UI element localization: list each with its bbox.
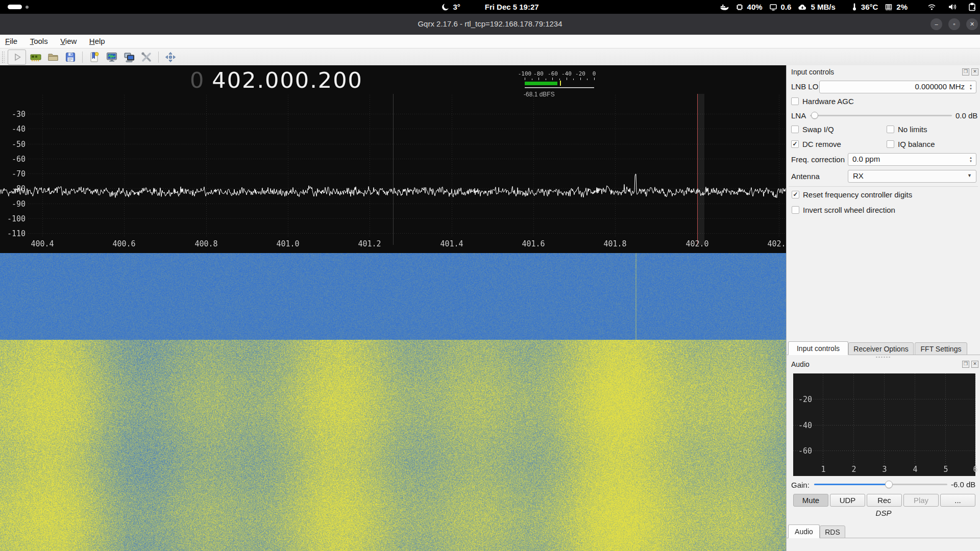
workspace-indicator-pill[interactable] [8, 5, 22, 9]
window-titlebar[interactable]: Gqrx 2.17.6 - rtl_tcp=192.168.178.79:123… [0, 14, 980, 35]
dock-float-button[interactable]: ❐ [962, 361, 969, 368]
weather-indicator[interactable]: 3° [441, 3, 460, 11]
floppy-save-icon [64, 51, 77, 63]
temperature-indicator[interactable]: 36°C [851, 3, 878, 11]
invert-scroll-checkbox[interactable] [792, 206, 799, 214]
play-button[interactable]: Play [903, 494, 939, 507]
cpu-indicator[interactable]: 40% [736, 3, 763, 11]
toolbar-drag-handle[interactable] [2, 51, 5, 63]
y-axis-tick: -40 [0, 124, 26, 134]
freq-correction-value[interactable]: 0.0 ppm [852, 155, 965, 163]
spin-up-icon[interactable]: ▲ [969, 84, 972, 87]
audio-fft-plot[interactable]: -20 -40 -60 1 2 3 4 5 6 [793, 373, 975, 476]
tools-button[interactable] [139, 50, 154, 64]
tab-input-controls[interactable]: Input controls [788, 341, 848, 355]
iq-balance-checkbox[interactable] [887, 140, 894, 148]
clipboard-icon[interactable] [968, 3, 976, 11]
menu-help[interactable]: Help [84, 35, 110, 45]
spin-up-icon[interactable]: ▲ [969, 156, 972, 160]
wifi-icon[interactable] [927, 3, 936, 11]
dc-remove-label[interactable]: DC remove [802, 140, 841, 148]
hardware-agc-checkbox[interactable] [791, 97, 799, 105]
hardware-agc-label[interactable]: Hardware AGC [802, 97, 854, 106]
lna-slider-handle[interactable] [811, 112, 818, 119]
input-controls-dock-title: Input controls [791, 68, 834, 76]
maximize-button[interactable]: ▫ [948, 18, 960, 30]
monitor-icon [769, 3, 777, 11]
volume-icon[interactable] [948, 3, 957, 11]
minimize-button[interactable]: – [930, 18, 942, 30]
udp-button[interactable]: UDP [830, 494, 865, 507]
waterfall-display[interactable] [0, 253, 786, 551]
fullscreen-button[interactable] [163, 50, 178, 64]
screen: 3° Fri Dec 5 19:27 40% 0.6 5 MB/s 36°C [0, 0, 980, 551]
swap-iq-label[interactable]: Swap I/Q [802, 125, 834, 134]
more-button[interactable]: ... [940, 494, 975, 507]
iq-balance-label[interactable]: IQ balance [898, 140, 935, 148]
spinbox-arrows[interactable]: ▲▼ [967, 81, 975, 93]
meter-bar-canvas [520, 78, 599, 90]
save-file-button[interactable] [63, 50, 78, 64]
open-file-button[interactable] [45, 50, 61, 64]
sdr-device-icon [30, 51, 42, 63]
dock-close-button[interactable]: ✕ [971, 68, 978, 76]
start-dsp-button[interactable] [8, 49, 26, 65]
x-axis-tick: 401.6 [517, 239, 550, 248]
docker-icon[interactable] [720, 3, 729, 11]
dsp-settings-button[interactable] [104, 50, 119, 64]
no-limits-label[interactable]: No limits [898, 125, 927, 134]
rec-button[interactable]: Rec [867, 494, 902, 507]
network-indicator[interactable]: 5 MB/s [798, 3, 835, 11]
menu-file[interactable]: File [0, 35, 22, 45]
sdr-display-area: 0402.000.200 -100 -80 -60 -40 -20 0 -68.… [0, 65, 786, 551]
x-axis-tick: 400.8 [190, 239, 223, 248]
memory-indicator[interactable]: 2% [885, 3, 908, 11]
dc-remove-checkbox[interactable]: ✓ [791, 140, 799, 148]
spectrum-plot[interactable]: 0402.000.200 -100 -80 -60 -40 -20 0 -68.… [0, 65, 786, 253]
dock-panel: Input controls ❐ ✕ LNB LO 0.000000 MHz ▲… [786, 65, 980, 551]
io-devices-button[interactable] [121, 50, 137, 64]
splitter-handle[interactable] [875, 356, 891, 358]
spinbox-arrows[interactable]: ▲▼ [967, 154, 975, 165]
no-limits-checkbox[interactable] [887, 126, 894, 133]
x-axis-tick: 402.0 [681, 239, 714, 248]
tab-audio[interactable]: Audio [788, 524, 820, 538]
spin-down-icon[interactable]: ▼ [969, 160, 972, 163]
dock-close-button[interactable]: ✕ [971, 361, 978, 368]
freq-correction-spinbox[interactable]: 0.0 ppm ▲▼ [848, 153, 976, 166]
reset-digits-checkbox[interactable]: ✓ [792, 191, 799, 198]
mute-button[interactable]: Mute [793, 494, 828, 507]
lnb-lo-spinbox[interactable]: 0.000000 MHz ▲▼ [819, 81, 976, 93]
frequency-leading-digit[interactable]: 0 [190, 67, 205, 93]
configure-io-devices-button[interactable] [28, 50, 43, 64]
antenna-combobox[interactable]: RX ▼ [848, 170, 976, 183]
fft-plot-canvas[interactable] [0, 65, 786, 253]
lnb-lo-value[interactable]: 0.000000 MHz [824, 82, 965, 91]
invert-scroll-label[interactable]: Invert scroll wheel direction [803, 206, 895, 214]
y-axis-tick: -110 [0, 229, 26, 238]
gain-slider-handle[interactable] [885, 481, 893, 488]
menu-view[interactable]: View [55, 35, 82, 45]
frequency-digits[interactable]: 402.000.200 [212, 67, 363, 93]
frequency-display[interactable]: 0402.000.200 [190, 67, 363, 93]
reset-digits-label[interactable]: Reset frequency controller digits [803, 190, 912, 199]
dock-float-button[interactable]: ❐ [962, 68, 969, 76]
close-button[interactable]: ✕ [966, 18, 978, 30]
menu-tools[interactable]: Tools [25, 35, 53, 45]
load-indicator[interactable]: 0.6 [769, 3, 792, 11]
swap-iq-checkbox[interactable] [791, 126, 799, 133]
spin-down-icon[interactable]: ▼ [969, 87, 972, 91]
move-arrows-icon [164, 51, 177, 63]
x-axis-tick: 401.4 [435, 239, 468, 248]
tab-fft-settings[interactable]: FFT Settings [915, 342, 967, 355]
load-value: 0.6 [781, 3, 792, 11]
lna-slider[interactable] [810, 115, 952, 116]
tab-receiver-options[interactable]: Receiver Options [848, 342, 914, 355]
audio-x-tick: 1 [820, 465, 826, 474]
bookmarks-button[interactable] [87, 50, 102, 64]
workspace-indicator-dot[interactable] [26, 6, 29, 9]
tab-rds[interactable]: RDS [820, 525, 845, 538]
clock[interactable]: Fri Dec 5 19:27 [485, 3, 539, 11]
meter-tick: 0 [587, 70, 601, 77]
dsp-label: DSP [787, 509, 980, 517]
